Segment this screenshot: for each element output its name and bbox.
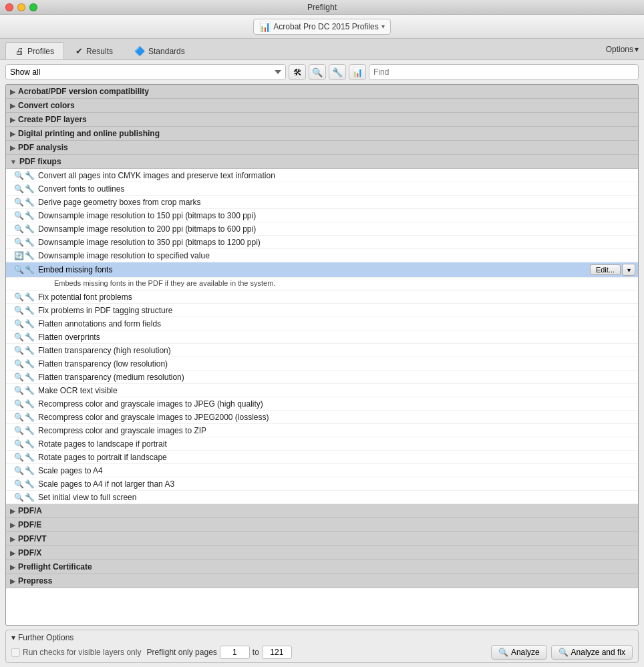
further-options-right: 🔍 Analyze 🔍 Analyze and fix [491, 645, 633, 660]
wrench-item-icon: 🔧 [25, 346, 35, 355]
expand-icon: ▶ [10, 535, 15, 543]
section-pdf-vt-label: PDF/VT [18, 534, 47, 543]
section-pdf-a[interactable]: ▶ PDF/A [6, 504, 638, 518]
item-icons: 🔍 🔧 [14, 413, 35, 422]
list-item[interactable]: 🔍 🔧 Make OCR text visible [6, 384, 638, 397]
search-item-icon: 🔍 [14, 198, 24, 207]
item-label: Recompress color and grayscale images to… [38, 399, 263, 409]
profile-selector[interactable]: 📊 Acrobat Pro DC 2015 Profiles ▾ [253, 19, 390, 35]
expand-icon: ▶ [10, 549, 15, 557]
expand-icon: ▶ [10, 507, 15, 515]
list-item[interactable]: 🔍 🔧 Flatten transparency (low resolution… [6, 357, 638, 371]
list-item[interactable]: 🔍 🔧 Flatten transparency (high resolutio… [6, 344, 638, 357]
item-label: Scale pages to A4 if not larger than A3 [38, 479, 174, 489]
further-options-toggle[interactable]: ▾ Further Options [11, 633, 633, 642]
list-item[interactable]: 🔍 🔧 Set initial view to full screen [6, 491, 638, 504]
list-item[interactable]: 🔄 🔧 Downsample image resolution to speci… [6, 249, 638, 262]
list-item[interactable]: 🔍 🔧 Downsample image resolution to 200 p… [6, 222, 638, 236]
list-item[interactable]: 🔍 🔧 Recompress color and grayscale image… [6, 424, 638, 437]
search-item-icon: 🔍 [14, 319, 24, 328]
wrench-item-icon: 🔧 [25, 332, 35, 342]
section-pdf-x[interactable]: ▶ PDF/X [6, 546, 638, 560]
edit-extra-button[interactable]: ▾ [622, 264, 635, 276]
section-convert-colors[interactable]: ▶ Convert colors [6, 99, 638, 113]
item-label: Rotate pages to portrait if landscape [38, 453, 167, 462]
fix-button[interactable]: 🔧 [329, 64, 346, 80]
list-item[interactable]: 🔍 🔧 Scale pages to A4 if not larger than… [6, 477, 638, 491]
edit-button[interactable]: Edit... [590, 264, 621, 275]
hammer-icon: 🛠 [293, 67, 302, 77]
search-icon: 🔍 [558, 648, 569, 657]
expand-icon: ▶ [10, 564, 15, 571]
list-item[interactable]: 🔍 🔧 Flatten transparency (medium resolut… [6, 371, 638, 384]
expand-icon: ▼ [10, 158, 17, 166]
wrench-icon: 🔧 [332, 67, 343, 77]
visible-layers-checkbox[interactable] [11, 648, 20, 657]
item-icons: 🔍 🔧 [14, 224, 35, 234]
section-acrobat-pdf[interactable]: ▶ Acrobat/PDF version compatibility [6, 85, 638, 99]
list-item[interactable]: 🔍 🔧 Downsample image resolution to 150 p… [6, 209, 638, 222]
list-item[interactable]: 🔍 🔧 Rotate pages to landscape if portrai… [6, 437, 638, 451]
item-icons: 🔄 🔧 [14, 251, 35, 260]
options-arrow-icon: ▾ [635, 45, 639, 54]
visible-layers-row: Run checks for visible layers only [11, 648, 141, 657]
section-preflight-cert[interactable]: ▶ Preflight Certificate [6, 560, 638, 574]
section-prepress[interactable]: ▶ Prepress [6, 574, 638, 588]
section-pdf-fixups[interactable]: ▼ PDF fixups [6, 155, 638, 169]
list-item[interactable]: 🔍 🔧 Convert fonts to outlines [6, 182, 638, 196]
list-item[interactable]: 🔍 🔧 Derive page geometry boxes from crop… [6, 196, 638, 209]
item-label: Fix potential font problems [38, 292, 132, 302]
find-input[interactable] [369, 64, 639, 80]
list-item[interactable]: 🔍 🔧 Recompress color and grayscale image… [6, 411, 638, 424]
tab-standards[interactable]: 🔷 Standards [124, 42, 195, 59]
analyze-button[interactable]: 🔍 Analyze [491, 645, 547, 660]
options-label: Options [606, 45, 633, 54]
search-button[interactable]: 🔍 [309, 64, 326, 80]
section-create-pdf-layers[interactable]: ▶ Create PDF layers [6, 113, 638, 127]
maximize-button[interactable] [29, 3, 37, 11]
filter-row: Show all Show profiles only Show fixups … [5, 64, 639, 80]
search-icon: 🔍 [312, 67, 323, 77]
list-item[interactable]: 🔍 🔧 Fix potential font problems [6, 290, 638, 304]
list-item[interactable]: 🔍 🔧 Downsample image resolution to 350 p… [6, 236, 638, 249]
new-profile-button[interactable]: 🛠 [289, 64, 306, 80]
item-label: Flatten annotations and form fields [38, 319, 161, 328]
section-pdf-analysis-label: PDF analysis [18, 143, 68, 152]
page-to-input[interactable] [262, 646, 292, 659]
filter-select[interactable]: Show all Show profiles only Show fixups … [5, 64, 286, 80]
expand-icon: ▶ [10, 578, 15, 585]
chart-button[interactable]: 📊 [349, 64, 366, 80]
minimize-button[interactable] [17, 3, 25, 11]
section-digital-printing[interactable]: ▶ Digital printing and online publishing [6, 127, 638, 141]
tab-profiles[interactable]: 🖨 Profiles [5, 42, 64, 59]
refresh-item-icon: 🔄 [14, 251, 24, 260]
section-pdf-vt[interactable]: ▶ PDF/VT [6, 532, 638, 546]
list-item[interactable]: 🔍 🔧 Recompress color and grayscale image… [6, 397, 638, 411]
list-item-selected[interactable]: 🔍 🔧 Embed missing fonts Edit... ▾ [6, 262, 638, 278]
search-item-icon: 🔍 [14, 386, 24, 395]
list-item[interactable]: 🔍 🔧 Rotate pages to portrait if landscap… [6, 451, 638, 464]
further-options-body: Run checks for visible layers only Prefl… [11, 645, 633, 660]
list-item[interactable]: 🔍 🔧 Convert all pages into CMYK images a… [6, 169, 638, 182]
wrench-item-icon: 🔧 [25, 184, 35, 194]
search-item-icon: 🔍 [14, 184, 24, 194]
section-pdf-x-label: PDF/X [18, 548, 41, 558]
section-digital-printing-label: Digital printing and online publishing [18, 129, 160, 138]
expand-icon: ▶ [10, 130, 15, 138]
analyze-fix-button[interactable]: 🔍 Analyze and fix [551, 645, 633, 660]
close-button[interactable] [5, 3, 13, 11]
item-label: Flatten transparency (high resolution) [38, 346, 171, 355]
section-pdf-analysis[interactable]: ▶ PDF analysis [6, 141, 638, 155]
search-item-icon: 🔍 [14, 439, 24, 449]
item-label: Recompress color and grayscale images to… [38, 426, 206, 435]
item-icons: 🔍 🔧 [14, 211, 35, 220]
tab-results[interactable]: ✔ Results [65, 42, 123, 59]
options-menu[interactable]: Options ▾ [606, 45, 639, 54]
page-from-input[interactable] [220, 646, 250, 659]
section-pdf-e[interactable]: ▶ PDF/E [6, 518, 638, 532]
list-item[interactable]: 🔍 🔧 Flatten annotations and form fields [6, 317, 638, 330]
list-item[interactable]: 🔍 🔧 Scale pages to A4 [6, 464, 638, 477]
wrench-item-icon: 🔧 [25, 306, 35, 315]
list-item[interactable]: 🔍 🔧 Fix problems in PDF tagging structur… [6, 304, 638, 317]
list-item[interactable]: 🔍 🔧 Flatten overprints [6, 330, 638, 344]
